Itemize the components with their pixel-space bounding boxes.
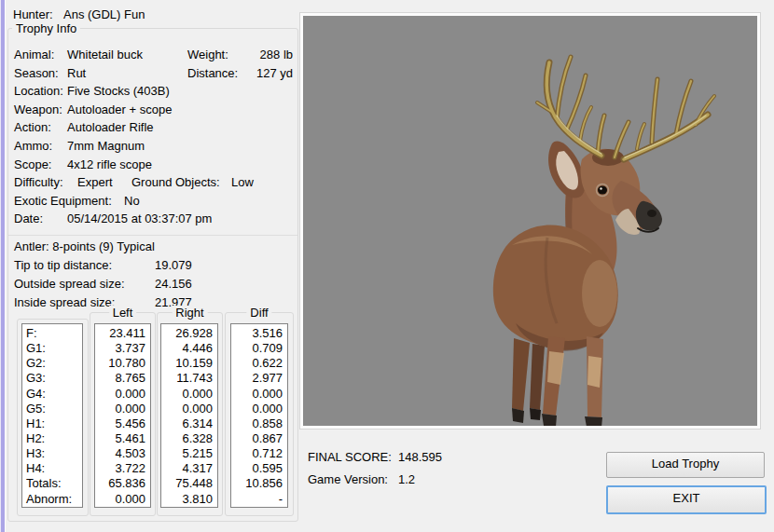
score-left-listbox[interactable]: 23.411 3.737 10.780 8.765 0.000 0.000 5.… — [94, 323, 151, 508]
field-label: Scope: — [14, 157, 51, 172]
field-value: 4x12 rifle scope — [67, 157, 152, 172]
score-column-header-diff: Diff — [246, 306, 271, 320]
score-diff-value: 0.712 — [231, 446, 287, 461]
field-label: Weapon: — [14, 102, 62, 117]
score-row-label: F: — [22, 326, 82, 341]
final-score-row: FINAL SCORE: — [308, 450, 392, 464]
field-row-scope: Scope: 4x12 rifle scope — [8, 157, 297, 172]
score-right-value: 6.328 — [161, 431, 217, 446]
score-row-label: G2: — [22, 356, 82, 371]
score-left-value: 10.780 — [95, 356, 150, 371]
score-right-value: 10.159 — [161, 356, 217, 371]
field-label: Difficulty: — [14, 174, 63, 190]
score-left-value: 5.456 — [95, 416, 150, 431]
score-row-label: Totals: — [22, 476, 82, 491]
trophy-render — [303, 16, 757, 426]
antler-summary: Antler: 8-points (9) Typical — [14, 239, 155, 254]
final-score-label: FINAL SCORE: — [308, 450, 392, 464]
score-row-label: H4: — [22, 461, 82, 476]
field-label: Distance: — [187, 65, 238, 81]
load-trophy-button[interactable]: Load Trophy — [606, 452, 765, 478]
measure-value: 19.079 — [155, 257, 192, 273]
field-row-exotic: Exotic Equipment: No — [8, 193, 297, 209]
score-row-label: G4: — [22, 387, 82, 402]
field-value: Expert — [77, 174, 113, 190]
score-left-value: 3.737 — [95, 341, 150, 356]
field-row-season: Season: Rut Distance: 127 yd — [8, 65, 297, 81]
score-diff-value: 0.858 — [231, 416, 287, 431]
score-diff-value: 3.516 — [231, 326, 287, 341]
score-right-value: 4.446 — [161, 341, 217, 356]
field-row-ammo: Ammo: 7mm Magnum — [8, 138, 297, 154]
window-accent-border — [0, 0, 6, 532]
field-label: Location: — [14, 83, 63, 99]
field-value: 288 lb — [260, 47, 293, 62]
score-row-label: G5: — [22, 402, 82, 416]
antler-measure-row: Outside spread size: 24.156 — [8, 276, 297, 292]
final-score-value: 148.595 — [398, 450, 442, 464]
score-right-value: 4.317 — [161, 461, 217, 476]
game-version-value: 1.2 — [398, 472, 415, 486]
field-value: Whitetail buck — [67, 47, 143, 62]
measure-label: Outside spread size: — [14, 276, 125, 292]
section-divider — [8, 235, 297, 236]
field-row-weapon: Weapon: Autoloader + scope — [8, 102, 297, 117]
field-value: Autoloader + scope — [67, 102, 172, 117]
score-left-value: 8.765 — [95, 371, 150, 386]
score-diff-value: - — [231, 492, 287, 507]
measure-value: 24.156 — [155, 276, 192, 292]
score-right-value: 0.000 — [161, 402, 217, 416]
score-right-listbox[interactable]: 26.928 4.446 10.159 11.743 0.000 0.000 6… — [160, 323, 218, 508]
field-label: Ground Objects: — [131, 174, 220, 190]
score-row-label: H3: — [22, 446, 82, 461]
score-right-value: 5.215 — [161, 446, 217, 461]
score-diff-value: 0.867 — [231, 431, 287, 446]
field-value: 7mm Magnum — [67, 138, 145, 154]
score-right-value: 6.314 — [161, 416, 217, 431]
score-left-value: 0.000 — [95, 387, 150, 402]
field-value: 05/14/2015 at 03:37:07 pm — [67, 211, 212, 226]
score-left-value: 0.000 — [95, 402, 150, 416]
score-left-value: 5.461 — [95, 431, 150, 446]
game-version-label: Game Version: — [308, 472, 388, 486]
antler-summary-row: Antler: 8-points (9) Typical — [8, 239, 297, 254]
score-diff-listbox[interactable]: 3.516 0.709 0.622 2.977 0.000 0.000 0.85… — [230, 323, 288, 508]
score-diff-value: 0.595 — [231, 461, 287, 476]
measure-label: Inside spread size: — [14, 294, 115, 310]
field-row-location: Location: Five Stocks (403B) — [8, 83, 297, 99]
score-diff-value: 0.709 — [231, 341, 287, 356]
score-left-value: 65.836 — [95, 476, 150, 491]
game-version-row: Game Version: — [308, 472, 388, 486]
field-value: 127 yd — [256, 65, 293, 81]
score-left-value: 4.503 — [95, 446, 150, 461]
trophy-info-groupbox: Trophy Info Animal: Whitetail buck Weigh… — [7, 28, 298, 522]
field-value: Rut — [67, 65, 86, 81]
score-column-header-left: Left — [109, 306, 137, 320]
score-left-value: 0.000 — [95, 492, 150, 507]
hunter-label: Hunter: — [13, 7, 53, 22]
measure-label: Tip to tip distance: — [14, 257, 112, 273]
score-right-value: 11.743 — [161, 371, 217, 386]
field-value: Autoloader Rifle — [67, 119, 154, 135]
score-right-value: 75.448 — [161, 476, 217, 491]
score-row-label: H2: — [22, 431, 82, 446]
score-labels-listbox[interactable]: F: G1: G2: G3: G4: G5: H1: H2: H3: H4: T… — [21, 323, 83, 508]
score-right-value: 26.928 — [161, 326, 217, 341]
trophy-dialog: { "colors": { "dialog_bg": "#f0f0f0", "a… — [0, 0, 774, 532]
field-row-action: Action: Autoloader Rifle — [8, 119, 297, 135]
trophy-info-title: Trophy Info — [12, 21, 80, 35]
score-row-label: G3: — [22, 371, 82, 386]
field-row-difficulty: Difficulty: Expert Ground Objects: Low — [8, 174, 297, 190]
score-left-value: 3.722 — [95, 461, 150, 476]
score-row-label: G1: — [22, 341, 82, 356]
field-label: Exotic Equipment: — [14, 193, 112, 209]
deer-eye — [598, 186, 607, 195]
score-diff-value: 2.977 — [231, 371, 287, 386]
field-value: No — [124, 193, 140, 209]
field-label: Ammo: — [14, 138, 52, 154]
field-label: Date: — [14, 211, 43, 226]
exit-button[interactable]: EXIT — [606, 485, 767, 514]
field-label: Season: — [14, 65, 59, 81]
score-row-label: Abnorm: — [22, 492, 82, 507]
field-label: Weight: — [187, 47, 228, 62]
